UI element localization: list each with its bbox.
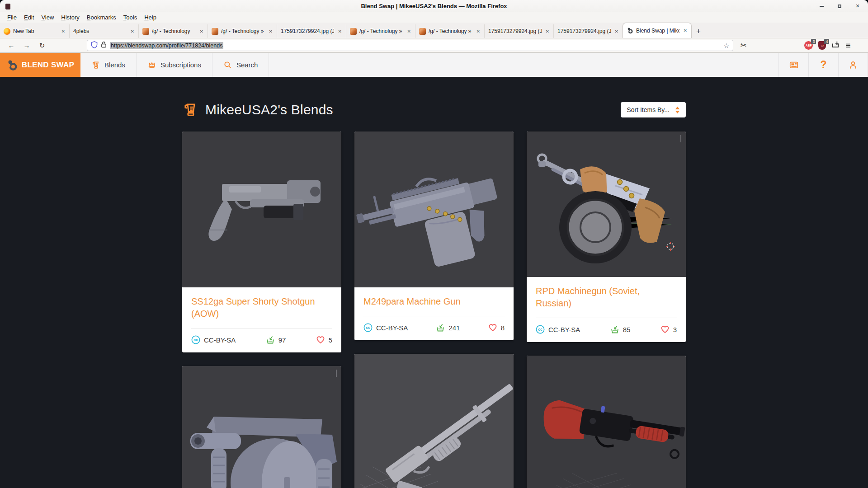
crown-icon	[147, 61, 156, 70]
nav-item-subscriptions[interactable]: Subscriptions	[137, 53, 212, 77]
bookmark-star-icon[interactable]: ☆	[723, 42, 729, 49]
site-navbar: BLEND SWAP Blends Subscriptions	[0, 53, 868, 77]
menu-file[interactable]: File	[4, 13, 20, 22]
firefox-favicon	[4, 28, 10, 35]
blend-card-body: SS12ga Super Shorty Shotgun (AOW) cc CC-…	[182, 287, 341, 352]
blend-thumbnail-m249[interactable]	[354, 131, 514, 287]
news-button[interactable]	[778, 53, 808, 77]
blend-title-link[interactable]: RPD Machinegun (Soviet, Russian)	[536, 285, 677, 310]
tab-g-technology-thread[interactable]: /g/ - Technology » Thr ✕	[208, 24, 277, 38]
nav-label: Search	[236, 61, 258, 69]
minimize-icon	[820, 6, 824, 7]
tab-label: Blend Swap | MikeeUS	[636, 28, 679, 34]
tab-close-icon[interactable]: ✕	[406, 28, 412, 34]
likes-stat: 8	[488, 323, 505, 332]
tab-label: /g/ - Technology » Thr	[221, 28, 265, 34]
screenshot-scissors-icon[interactable]: ✂	[741, 41, 746, 50]
minimize-button[interactable]	[817, 2, 826, 10]
blend-thumbnail-rpd[interactable]	[527, 131, 686, 277]
downloads-count: 97	[278, 336, 286, 344]
maximize-button[interactable]	[835, 2, 844, 10]
site-nav-right: ?	[778, 53, 868, 77]
tab-jpg-image[interactable]: 1759173279924.jpg (JPEG ✕	[277, 24, 346, 38]
tab-g-technology-thread[interactable]: /g/ - Technology » Thr ✕	[346, 24, 415, 38]
tab-close-icon[interactable]: ✕	[613, 28, 620, 34]
menu-help[interactable]: Help	[141, 13, 160, 22]
tab-g-technology-thread[interactable]: /g/ - Technology » Thr ✕	[415, 24, 484, 38]
new-tab-button[interactable]: +	[692, 24, 705, 38]
tab-jpg-image[interactable]: 1759173279924.jpg (JPEG ✕	[484, 24, 553, 38]
tab-label: 1759173279924.jpg (JPEG	[281, 28, 334, 34]
maximize-icon	[838, 5, 841, 8]
close-button[interactable]: ✕	[854, 2, 862, 10]
help-button[interactable]: ?	[808, 53, 838, 77]
svg-text:cc: cc	[366, 325, 370, 330]
menu-history[interactable]: History	[57, 13, 83, 22]
heart-icon	[316, 335, 325, 344]
tab-label: /g/ - Technology	[152, 28, 196, 34]
svg-text:cc: cc	[193, 338, 198, 342]
search-icon	[223, 61, 232, 70]
download-icon	[610, 325, 619, 334]
tab-close-icon[interactable]: ✕	[198, 28, 205, 34]
tab-close-icon[interactable]: ✕	[682, 28, 689, 33]
tab-close-icon[interactable]: ✕	[129, 28, 136, 34]
blend-title-link[interactable]: SS12ga Super Shorty Shotgun (AOW)	[191, 296, 332, 320]
back-button[interactable]: ←	[5, 40, 17, 51]
download-icon	[436, 323, 445, 332]
license-label: CC-BY-SA	[376, 324, 408, 332]
license-label: CC-BY-SA	[548, 326, 580, 333]
blendswap-logo[interactable]: BLEND SWAP	[0, 53, 80, 77]
tab-close-icon[interactable]: ✕	[268, 28, 274, 34]
tab-close-icon[interactable]: ✕	[60, 28, 66, 34]
cc-license-icon: cc	[191, 335, 200, 344]
tab-4plebs[interactable]: 4plebs ✕	[69, 24, 138, 38]
privacy-badger-button[interactable]: ω 4	[818, 41, 826, 50]
tab-blend-swap-active[interactable]: Blend Swap | MikeeUS ✕	[623, 23, 692, 38]
tracking-protection-shield-icon[interactable]	[91, 41, 98, 50]
url-bar[interactable]: https://blendswap.com/profile/771824/ble…	[87, 40, 733, 51]
board-favicon	[419, 28, 426, 35]
blend-thumbnail-red-shotgun[interactable]	[527, 356, 686, 488]
board-favicon	[350, 28, 357, 35]
blend-thumbnail-drum-shotgun[interactable]	[182, 366, 341, 488]
nav-item-blends[interactable]: Blends	[80, 53, 137, 77]
tab-close-icon[interactable]: ✕	[337, 28, 343, 34]
blendswap-logo-icon	[6, 59, 18, 71]
sort-dropdown[interactable]: Sort Items By...	[621, 102, 686, 117]
menu-tools[interactable]: Tools	[120, 13, 141, 22]
blend-card: RPD Machinegun (Soviet, Russian) cc CC-B…	[527, 131, 686, 342]
menu-view[interactable]: View	[38, 13, 57, 22]
browser-window: Blend Swap | MikeeUSA2's Blends — Mozill…	[0, 0, 868, 488]
blend-thumbnail-pump-shotgun[interactable]	[354, 354, 514, 488]
window-title: Blend Swap | MikeeUSA2's Blends — Mozill…	[361, 3, 507, 9]
save-page-icon[interactable]	[831, 40, 840, 51]
likes-count: 8	[501, 324, 505, 332]
reload-button[interactable]: ↻	[36, 40, 48, 51]
tab-label: 1759173279924.jpg (JPEG	[488, 28, 542, 34]
menu-edit[interactable]: Edit	[20, 13, 38, 22]
forward-button[interactable]: →	[21, 40, 33, 51]
hamburger-menu-icon[interactable]: ≡	[845, 41, 850, 51]
page-title: MikeeUSA2's Blends	[205, 102, 333, 117]
page-content: MikeeUSA2's Blends Sort Items By...	[182, 77, 686, 488]
cc-license-icon: cc	[363, 323, 373, 332]
menu-bookmarks[interactable]: Bookmarks	[83, 13, 120, 22]
tab-close-icon[interactable]: ✕	[475, 28, 481, 34]
heart-icon	[488, 323, 497, 332]
nav-item-search[interactable]: Search	[212, 53, 269, 77]
likes-stat: 5	[316, 335, 332, 344]
downloads-stat: 85	[610, 325, 631, 334]
blend-title-link[interactable]: M249para Machine Gun	[363, 296, 505, 308]
user-icon	[848, 60, 858, 70]
lock-icon[interactable]	[101, 41, 107, 50]
adblock-plus-button[interactable]: ABP 3	[804, 41, 813, 50]
account-button[interactable]	[838, 53, 868, 77]
tab-jpg-image[interactable]: 1759173279924.jpg (JPEG ✕	[553, 24, 623, 38]
blend-thumbnail-ss12ga[interactable]	[182, 131, 341, 287]
blend-card-body: RPD Machinegun (Soviet, Russian) cc CC-B…	[527, 277, 686, 342]
tab-label: /g/ - Technology » Thr	[429, 28, 472, 34]
tab-close-icon[interactable]: ✕	[544, 28, 551, 34]
tab-new-tab[interactable]: New Tab ✕	[0, 24, 69, 38]
tab-g-technology[interactable]: /g/ - Technology ✕	[138, 24, 208, 38]
